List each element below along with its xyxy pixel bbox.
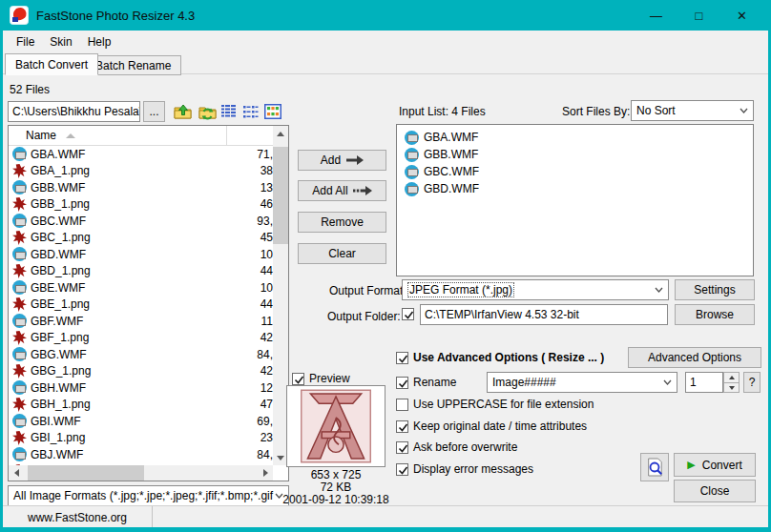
- close-button[interactable]: Close: [674, 480, 756, 502]
- close-icon[interactable]: ✕: [720, 0, 763, 31]
- option-checkbox[interactable]: Ask before overwrite: [396, 440, 517, 454]
- file-row[interactable]: GBG_1.png42: [9, 363, 273, 380]
- png-file-icon: [12, 264, 27, 278]
- file-row[interactable]: GBD.WMF10: [9, 246, 273, 263]
- file-row[interactable]: GBJ.WMF84,: [9, 446, 273, 463]
- file-list-header[interactable]: Name: [9, 126, 288, 146]
- stepper-up-icon[interactable]: [724, 373, 739, 382]
- output-browse-button[interactable]: Browse: [675, 304, 755, 325]
- input-list-item[interactable]: GBA.WMF: [397, 129, 753, 146]
- file-row[interactable]: GBB.WMF13: [9, 179, 273, 196]
- output-format-select[interactable]: JPEG Format (*.jpg): [402, 279, 669, 300]
- menu-help[interactable]: Help: [80, 32, 119, 51]
- preview-timestamp: 2001-09-12 10:39:18: [274, 493, 398, 506]
- rename-help-button[interactable]: ?: [743, 372, 761, 393]
- advanced-options-button[interactable]: Advanced Options: [628, 347, 761, 368]
- list-view-button[interactable]: [240, 102, 260, 121]
- option-checkbox[interactable]: Use UPPERCASE for file extension: [396, 398, 594, 411]
- file-row[interactable]: GBA_1.png38: [9, 163, 273, 180]
- clear-button[interactable]: Clear: [298, 243, 386, 264]
- source-file-list[interactable]: Name GBA.WMF71,GBA_1.png38GBB.WMF13GBB_1…: [8, 125, 289, 481]
- rename-start-input[interactable]: 1: [685, 372, 723, 393]
- file-name: GBE_1.png: [31, 297, 248, 311]
- preview-checkbox[interactable]: Preview: [292, 372, 350, 385]
- convert-button[interactable]: ▶ Convert: [674, 453, 756, 477]
- sort-files-select[interactable]: No Sort: [631, 100, 754, 121]
- vertical-scroll-thumb[interactable]: [273, 147, 288, 244]
- horizontal-scroll-thumb[interactable]: [28, 465, 144, 481]
- refresh-button[interactable]: [197, 101, 218, 122]
- file-row[interactable]: GBF_1.png42: [9, 330, 273, 347]
- browse-folder-button[interactable]: ...: [143, 101, 165, 122]
- add-all-button[interactable]: Add All: [298, 180, 386, 201]
- input-list-item[interactable]: GBB.WMF: [397, 146, 753, 163]
- wmf-file-icon: [12, 147, 27, 161]
- use-advanced-options-checkbox[interactable]: Use Advanced Options ( Resize ... ): [396, 351, 604, 364]
- input-file-list[interactable]: GBA.WMFGBB.WMFGBC.WMFGBD.WMF: [396, 124, 754, 276]
- settings-button[interactable]: Settings: [675, 279, 755, 300]
- file-row[interactable]: GBH.WMF12: [9, 379, 273, 397]
- checkbox-checked-icon[interactable]: [402, 308, 414, 320]
- file-row[interactable]: GBD_1.png44: [9, 263, 273, 280]
- file-row[interactable]: GBG.WMF84,: [9, 346, 273, 363]
- input-list-item[interactable]: GBC.WMF: [397, 163, 753, 180]
- option-checkbox[interactable]: Keep original date / time attributes: [396, 419, 587, 433]
- folder-path-input[interactable]: C:\Users\Bhikkhu Pesala\Pic: [8, 101, 140, 122]
- status-link[interactable]: www.FastStone.org: [28, 511, 127, 524]
- column-divider[interactable]: [226, 126, 227, 146]
- rename-pattern-select[interactable]: Image#####: [487, 372, 677, 393]
- tab-batch-convert[interactable]: Batch Convert: [5, 53, 98, 75]
- file-row[interactable]: GBF.WMF11: [9, 313, 273, 330]
- thumbnail-view-button[interactable]: [263, 102, 282, 121]
- add-all-label: Add All: [312, 184, 347, 197]
- file-row[interactable]: GBA.WMF71,: [9, 146, 273, 163]
- file-row[interactable]: GBC.WMF93,: [9, 213, 273, 230]
- file-size: 45: [248, 231, 273, 244]
- add-button[interactable]: Add: [298, 150, 386, 171]
- file-row[interactable]: GBE_1.png44: [9, 297, 273, 314]
- file-size: 11: [248, 315, 273, 328]
- file-row[interactable]: GBC_1.png45: [9, 230, 273, 247]
- file-row[interactable]: GBB_1.png46: [9, 196, 273, 214]
- checkbox-checked-icon[interactable]: [292, 373, 304, 385]
- maximize-icon[interactable]: □: [677, 0, 720, 31]
- checkbox-checked-icon[interactable]: [396, 377, 408, 389]
- file-row[interactable]: GBI_1.png23: [9, 430, 273, 447]
- checkbox-unchecked-icon[interactable]: [396, 399, 408, 411]
- name-column-header[interactable]: Name: [26, 129, 56, 142]
- remove-button[interactable]: Remove: [298, 212, 386, 233]
- checkbox-checked-icon[interactable]: [396, 420, 408, 433]
- menu-file[interactable]: File: [9, 32, 42, 51]
- up-folder-button[interactable]: [172, 101, 193, 122]
- tab-batch-rename[interactable]: Batch Rename: [85, 55, 181, 75]
- png-splat-icon: [12, 431, 27, 445]
- input-list-item[interactable]: GBD.WMF: [397, 180, 753, 197]
- png-file-icon: [12, 431, 27, 445]
- horizontal-scrollbar[interactable]: [9, 465, 273, 481]
- menu-skin[interactable]: Skin: [42, 32, 79, 51]
- rename-start-stepper[interactable]: [723, 372, 740, 393]
- scroll-right-icon[interactable]: [258, 465, 273, 481]
- option-checkbox[interactable]: Display error messages: [396, 462, 533, 476]
- folder-path-value: C:\Users\Bhikkhu Pesala\Pic: [12, 105, 140, 118]
- sort-files-label: Sort Files By:: [562, 105, 630, 118]
- use-advanced-options-label: Use Advanced Options ( Resize ... ): [413, 351, 604, 364]
- minimize-icon[interactable]: —: [635, 0, 677, 31]
- scroll-up-icon[interactable]: [273, 126, 288, 141]
- scroll-left-icon[interactable]: [9, 465, 24, 481]
- file-row[interactable]: GBE.WMF10: [9, 279, 273, 297]
- file-row[interactable]: GBH_1.png47: [9, 397, 273, 414]
- checkbox-checked-icon[interactable]: [396, 441, 408, 454]
- file-row[interactable]: GBI.WMF69,: [9, 413, 273, 430]
- window-frame: [0, 31, 3, 532]
- details-view-button[interactable]: [219, 102, 238, 121]
- output-folder-value: C:\TEMP\IrfanView 4.53 32-bit: [425, 308, 579, 321]
- rename-checkbox[interactable]: Rename: [396, 376, 456, 389]
- output-format-value: JPEG Format (*.jpg): [407, 282, 514, 297]
- format-filter-select[interactable]: All Image Formats (*.jpg;*.jpe;*.jpeg;*.…: [8, 485, 289, 506]
- output-folder-checkbox[interactable]: [402, 308, 419, 320]
- output-folder-input[interactable]: C:\TEMP\IrfanView 4.53 32-bit: [420, 304, 668, 325]
- checkbox-checked-icon[interactable]: [396, 352, 408, 364]
- preview-result-button[interactable]: [640, 453, 669, 481]
- stepper-down-icon[interactable]: [724, 382, 739, 392]
